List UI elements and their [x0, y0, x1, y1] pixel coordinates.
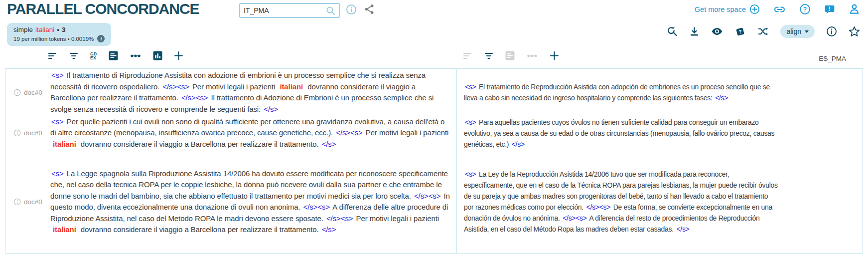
query-search-box[interactable] — [239, 3, 340, 18]
frequency-chart-icon[interactable] — [153, 51, 162, 60]
concordance-row: doc#0 <s> Per quelle pazienti i cui ovul… — [5, 116, 863, 150]
aligned-text: <s> La Ley de la Reproducción Asistida 1… — [464, 169, 779, 235]
add-panel-icon[interactable] — [174, 51, 183, 60]
sentence-tag: </s><s> — [162, 82, 189, 91]
sentence-tag: </s> — [715, 94, 728, 102]
text-segment: dovranno considerare il viaggio a Barcel… — [79, 140, 321, 148]
sentence-tag: </s> — [264, 105, 278, 113]
sentence-tag: </s> — [322, 225, 336, 234]
sentence-tag: </s><s> — [586, 203, 611, 211]
doc-label[interactable]: doc#0 — [24, 129, 42, 137]
token-detail-icon[interactable] — [130, 53, 142, 59]
favorite-star-icon[interactable] — [849, 26, 860, 37]
sentence-tag: </s><s> — [563, 214, 587, 222]
text-segment: Per motivi legali i pazienti — [364, 128, 449, 137]
random-sample-icon[interactable]: ? — [734, 26, 746, 37]
kwic-highlight[interactable]: italiani — [280, 82, 303, 91]
shuffle-icon[interactable] — [757, 26, 769, 36]
source-cell: doc#0 <s> La Legge spagnola sulla Riprod… — [5, 150, 456, 253]
view-options-icon[interactable] — [711, 26, 723, 36]
aligned-text: <s> Para aquellas pacientes cuyos óvulos… — [464, 117, 779, 150]
filter-icon[interactable] — [484, 51, 494, 60]
sentence-tag: </s> — [512, 140, 525, 148]
query-term: italiani — [35, 26, 54, 33]
sentence-tag: </s> — [676, 225, 689, 233]
add-panel-icon[interactable] — [550, 51, 559, 60]
sentence-tag: <s> — [51, 117, 64, 126]
sentence-tag: </s><s> — [303, 203, 330, 211]
permalink-icon[interactable] — [773, 4, 786, 14]
sentence-tag: <s> — [465, 118, 476, 126]
svg-text:?: ? — [803, 6, 807, 13]
doc-info-icon[interactable] — [13, 89, 21, 96]
concordance-info-icon[interactable] — [826, 26, 837, 37]
feedback-icon[interactable] — [824, 4, 835, 15]
search-input[interactable] — [244, 6, 326, 14]
align-button-label: align — [786, 27, 801, 35]
concordance-table: doc#0 <s> Il trattamento di Riproduzione… — [5, 68, 863, 254]
source-cell: doc#0 <s> Il trattamento di Riproduzione… — [5, 69, 456, 116]
text-segment: La Legge spagnola sulla Riproduzione Ass… — [50, 169, 448, 200]
gdex-icon[interactable]: GD EX — [90, 52, 97, 60]
text-segment: Per motivi legali i pazienti — [354, 214, 439, 223]
stats-info-icon[interactable]: i — [97, 35, 105, 42]
query-summary-badge[interactable]: simple italiani • 3 19 per million token… — [7, 23, 111, 46]
query-type: simple — [13, 26, 33, 33]
sentence-tag: </s><s> — [336, 128, 363, 137]
doc-label[interactable]: doc#0 — [24, 198, 42, 206]
frequency-stats: 19 per million tokens • 0.0019% — [13, 36, 94, 42]
token-detail-icon — [526, 53, 538, 59]
concordance-row: doc#0 <s> La Legge spagnola sulla Riprod… — [5, 150, 863, 253]
align-button[interactable]: align — [780, 25, 815, 38]
doc-info-icon[interactable] — [13, 129, 21, 137]
sentence-tag: <s> — [465, 170, 476, 178]
chevron-down-icon — [805, 30, 809, 33]
get-more-space-label: Get more space — [695, 5, 746, 13]
sentence-tag: <s> — [465, 83, 476, 91]
sentence-tag: </s><s> — [414, 192, 441, 200]
kwic-view-icon[interactable] — [109, 51, 118, 60]
sentence-tag: <s> — [51, 169, 64, 178]
source-text: <s> La Legge spagnola sulla Riproduzione… — [49, 167, 456, 237]
aligned-cell: <s> El tratamiento de Reproducción Asist… — [456, 69, 863, 116]
sentence-tag: <s> — [51, 71, 64, 79]
aligned-cell: <s> La Ley de la Reproducción Asistida 1… — [456, 150, 863, 253]
user-account-icon[interactable] — [849, 3, 860, 15]
kwic-view-icon — [505, 51, 515, 60]
text-segment: Per motivi legali i pazienti — [190, 82, 278, 91]
source-text: <s> Il trattamento di Riproduzione Assis… — [49, 68, 456, 116]
aligned-corpus-label: ES_PMA — [819, 55, 846, 62]
filter-icon[interactable] — [69, 51, 79, 60]
sort-icon — [462, 51, 472, 60]
source-text: <s> Per quelle pazienti i cui ovuli non … — [49, 115, 456, 152]
share-icon[interactable] — [364, 4, 375, 14]
concordance-row: doc#0 <s> Il trattamento di Riproduzione… — [5, 69, 863, 116]
help-icon[interactable]: ? — [799, 3, 811, 15]
plus-circle-icon — [749, 4, 760, 14]
search-icon[interactable] — [326, 6, 335, 15]
sentence-tag: </s><s> — [181, 93, 208, 102]
kwic-highlight[interactable]: italiani — [53, 140, 76, 148]
aligned-text: <s> El tratamiento de Reproducción Asist… — [464, 81, 779, 103]
aligned-cell: <s> Para aquellas pacientes cuyos óvulos… — [456, 116, 863, 150]
sort-icon[interactable] — [47, 51, 57, 60]
kwic-highlight[interactable]: italiani — [53, 225, 76, 234]
query-info-icon[interactable] — [346, 4, 357, 15]
get-more-space-link[interactable]: Get more space — [695, 4, 760, 14]
text-segment: Para aquellas pacientes cuyos óvulos no … — [464, 118, 774, 148]
hit-count: 3 — [62, 26, 66, 33]
doc-info-icon[interactable] — [13, 198, 21, 206]
sentence-tag: </s><s> — [326, 214, 353, 223]
text-segment: dovranno considerare il viaggio a Barcel… — [79, 225, 321, 234]
modify-search-icon[interactable] — [667, 26, 678, 37]
bullet-separator: • — [57, 26, 59, 33]
download-icon[interactable] — [689, 26, 700, 37]
source-cell: doc#0 <s> Per quelle pazienti i cui ovul… — [5, 116, 456, 150]
sentence-tag: </s> — [322, 140, 336, 148]
doc-label[interactable]: doc#0 — [24, 89, 42, 96]
page-title: PARALLEL CONCORDANCE — [7, 0, 199, 17]
